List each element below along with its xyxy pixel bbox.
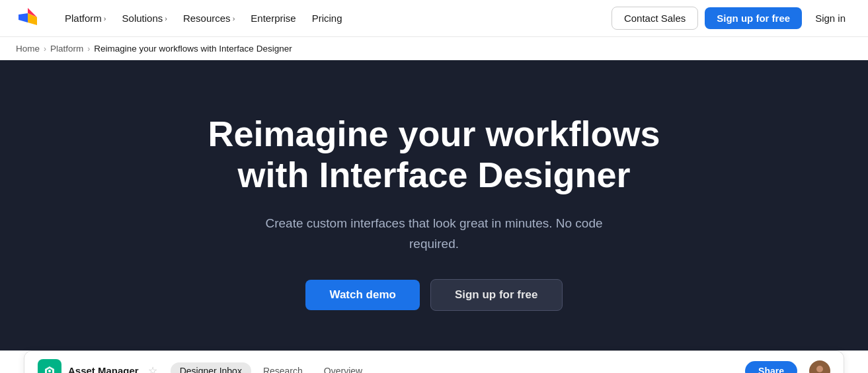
tab-research[interactable]: Research — [254, 362, 312, 373]
tab-overview[interactable]: Overview — [315, 362, 372, 373]
watch-demo-button[interactable]: Watch demo — [305, 280, 419, 310]
breadcrumb-home[interactable]: Home — [16, 44, 40, 54]
signin-button[interactable]: Sign in — [809, 7, 852, 29]
tab-designer-inbox[interactable]: Designer Inbox — [171, 362, 251, 373]
breadcrumb-platform[interactable]: Platform — [50, 44, 83, 54]
nav-platform[interactable]: Platform › — [58, 9, 113, 28]
nav-actions: Contact Sales Sign up for free Sign in — [612, 7, 852, 30]
logo[interactable] — [16, 7, 40, 30]
contact-sales-button[interactable]: Contact Sales — [612, 7, 698, 30]
preview-tabs: Designer Inbox Research Overview — [171, 362, 738, 373]
nav-links: Platform › Solutions › Resources › Enter… — [58, 9, 612, 28]
preview-bar: Asset Manager ☆ Designer Inbox Research … — [24, 351, 844, 373]
hero-title: Reimagine your workflows with Interface … — [177, 113, 692, 195]
signup-button[interactable]: Sign up for free — [705, 7, 802, 29]
svg-point-6 — [816, 366, 823, 372]
nav-enterprise[interactable]: Enterprise — [244, 9, 302, 28]
avatar[interactable] — [809, 360, 830, 373]
breadcrumb-sep-1: › — [44, 44, 46, 54]
star-icon[interactable]: ☆ — [148, 364, 157, 373]
hero-signup-button[interactable]: Sign up for free — [430, 279, 563, 311]
app-icon — [38, 359, 61, 373]
nav-resources[interactable]: Resources › — [177, 9, 241, 28]
nav-solutions[interactable]: Solutions › — [116, 9, 174, 28]
breadcrumb-sep-2: › — [87, 44, 90, 54]
app-name: Asset Manager — [68, 365, 139, 373]
share-button[interactable]: Share — [745, 361, 797, 373]
breadcrumb: Home › Platform › Reimagine your workflo… — [0, 37, 868, 60]
breadcrumb-current: Reimagine your workflows with Interface … — [94, 44, 292, 54]
hero-section: Reimagine your workflows with Interface … — [0, 60, 868, 351]
navbar: Platform › Solutions › Resources › Enter… — [0, 0, 868, 37]
chevron-icon: › — [233, 15, 235, 22]
nav-pricing[interactable]: Pricing — [305, 9, 349, 28]
hero-subtitle: Create custom interfaces that look great… — [243, 214, 626, 254]
chevron-icon: › — [165, 15, 167, 22]
hero-buttons: Watch demo Sign up for free — [305, 279, 562, 311]
chevron-icon: › — [104, 15, 106, 22]
svg-point-4 — [48, 370, 51, 372]
